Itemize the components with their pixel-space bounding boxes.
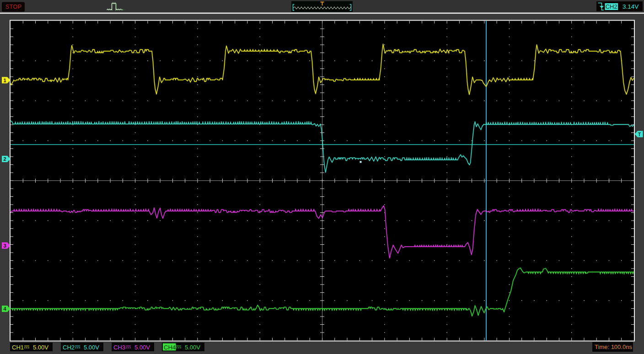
svg-text:3.14V: 3.14V [623,3,639,10]
svg-text:1: 1 [3,78,6,83]
svg-text:CH2: CH2 [63,344,75,351]
svg-text:T: T [638,132,641,137]
svg-text:5.00V: 5.00V [134,344,150,351]
svg-text:CH3: CH3 [113,344,125,351]
svg-text:5.00V: 5.00V [33,344,48,351]
svg-text:CH1: CH1 [12,344,24,351]
svg-text:STOP: STOP [5,4,21,10]
svg-text:4: 4 [3,306,6,312]
svg-text:3: 3 [3,243,6,248]
svg-text:5.00V: 5.00V [185,344,200,351]
svg-text:CH4: CH4 [164,344,176,351]
svg-text:2: 2 [3,156,6,162]
svg-text:5.00V: 5.00V [84,344,99,351]
svg-text:CH2: CH2 [606,3,617,10]
svg-text:Time: 100.0ns: Time: 100.0ns [595,343,632,350]
